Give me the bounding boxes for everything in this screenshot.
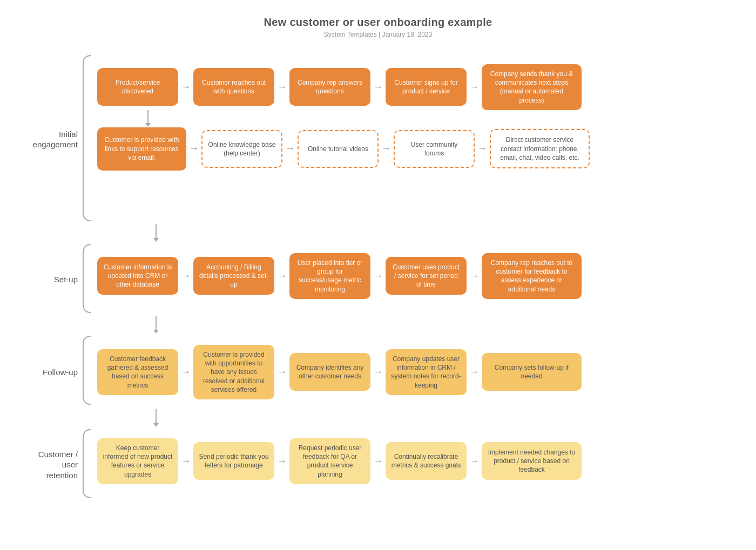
box-customer-uses: Customer uses product / service for set … bbox=[386, 257, 467, 295]
box-customer-reaches-out: Customer reaches out with questions bbox=[193, 68, 274, 106]
box-thank-you-letters: Send periodic thank you letters for patr… bbox=[193, 442, 274, 480]
arrow-20: → bbox=[467, 456, 482, 467]
swimlane-label-initial: Initialengagement bbox=[33, 129, 78, 150]
arrow-11: → bbox=[370, 270, 386, 282]
arrow-9: → bbox=[178, 270, 193, 282]
arrow-19: → bbox=[370, 456, 386, 467]
box-crm-updated: Customer information is updated into CRM… bbox=[97, 257, 178, 295]
arrow-4: → bbox=[467, 82, 482, 93]
arrow-1: → bbox=[178, 82, 193, 93]
box-billing: Accounting / Billing details processed &… bbox=[193, 257, 274, 295]
box-recalibrate: Continually recalibrate metrics & succes… bbox=[386, 442, 467, 480]
swimlane-label-followup: Follow-up bbox=[43, 367, 78, 378]
box-feedback-gathered: Customer feedback gathered & assessed ba… bbox=[97, 349, 178, 395]
box-tutorial-videos: Online tutorial videos bbox=[298, 130, 379, 168]
arrow-13: → bbox=[178, 366, 193, 378]
box-periodic-feedback: Request periodic user feedback for QA or… bbox=[289, 438, 370, 484]
swimlane-label-setup: Set-up bbox=[54, 274, 78, 285]
arrow-18: → bbox=[274, 456, 289, 467]
arrow-17: → bbox=[178, 456, 193, 467]
box-knowledge-base: Online knowledge base (help center) bbox=[201, 130, 282, 168]
box-issues-resolved: Customer is provided with opportunities … bbox=[193, 345, 274, 399]
arrow-15: → bbox=[370, 366, 386, 378]
box-provided-links: Customer is provided with links to suppo… bbox=[97, 127, 186, 171]
arrow-8: → bbox=[475, 143, 490, 154]
arrow-12: → bbox=[467, 270, 482, 282]
diagram: Initialengagement Product/service discov… bbox=[22, 55, 734, 501]
arrow-14: → bbox=[274, 366, 289, 378]
box-implement-changes: Implement needed changes to product / se… bbox=[482, 442, 582, 480]
arrow-16: → bbox=[467, 366, 482, 378]
box-company-identifies: Company identifies any other customer ne… bbox=[289, 353, 370, 391]
arrow-10: → bbox=[274, 270, 289, 282]
box-direct-contact: Direct customer service contact informat… bbox=[490, 129, 590, 168]
box-company-thanks: Company sends thank you & communicates n… bbox=[482, 64, 582, 110]
box-product-discovered: Product/service discovered bbox=[97, 68, 178, 106]
arrow-7: → bbox=[379, 143, 394, 154]
swimlane-label-retention: Customer / userretention bbox=[22, 449, 78, 481]
box-tier-group: User placed into tier or group for succe… bbox=[289, 253, 370, 299]
page-subtitle: System Templates | January 18, 2023 bbox=[22, 31, 734, 38]
page-title: New customer or user onboarding example bbox=[22, 16, 734, 29]
box-company-rep-answers: Company rep answers questions bbox=[289, 68, 370, 106]
box-user-forums: User community forums bbox=[394, 130, 475, 168]
box-crm-notes: Company updates user information in CRM … bbox=[386, 349, 467, 395]
arrow-6: → bbox=[282, 143, 298, 154]
box-keep-informed: Keep customer informed of new product fe… bbox=[97, 438, 178, 484]
box-customer-signs-up: Customer signs up for product / service bbox=[386, 68, 467, 106]
arrow-5: → bbox=[186, 143, 201, 154]
box-rep-feedback: Company rep reaches out to customer for … bbox=[482, 253, 582, 299]
arrow-3: → bbox=[370, 82, 386, 93]
arrow-2: → bbox=[274, 82, 289, 93]
box-followup-set: Company sets follow-up if needed bbox=[482, 353, 582, 391]
